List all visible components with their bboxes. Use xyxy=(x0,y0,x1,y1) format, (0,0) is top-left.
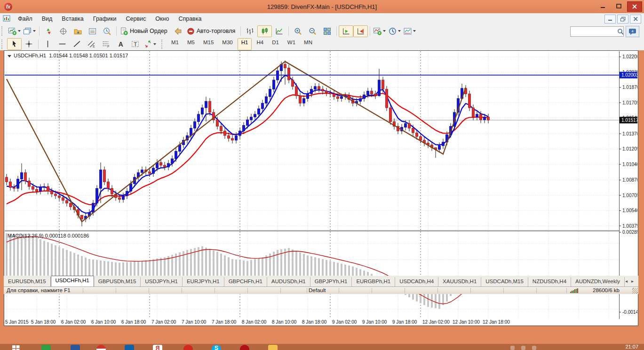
toolbar-grip[interactable] xyxy=(1,40,6,49)
timeframe-mn[interactable]: MN xyxy=(300,38,316,50)
horizontal-line-button[interactable] xyxy=(55,38,70,50)
taskbar-icon-skype[interactable]: S xyxy=(212,345,221,350)
timeframe-d1[interactable]: D1 xyxy=(268,38,283,50)
chart-tab-nzdusdh-h4[interactable]: NZDUSDh,H4 xyxy=(528,277,571,286)
cursor-button[interactable] xyxy=(7,38,22,50)
chart-tab-audusdh-h1[interactable]: AUDUSDh,H1 xyxy=(267,277,310,286)
toolbar-grip[interactable] xyxy=(1,26,6,36)
strategy-tester-button[interactable] xyxy=(100,25,114,37)
taskbar-icon-opera[interactable] xyxy=(240,345,249,350)
chevron-down-icon[interactable] xyxy=(153,43,156,45)
menu-item-file[interactable]: Файл xyxy=(13,14,37,24)
data-window-button[interactable] xyxy=(56,25,71,37)
chevron-down-icon[interactable] xyxy=(33,30,36,32)
text-label-button[interactable]: T xyxy=(128,38,143,50)
search-icon[interactable] xyxy=(617,28,623,35)
resize-grip[interactable] xyxy=(632,288,638,294)
chevron-down-icon[interactable] xyxy=(413,30,416,32)
chart-tab-usdcadh-h4[interactable]: USDCADh,H4 xyxy=(395,277,438,286)
chevron-down-icon[interactable] xyxy=(18,30,21,32)
window-close-button[interactable] xyxy=(627,1,642,12)
tabs-scroll-right-icon[interactable]: ▸ xyxy=(631,278,634,284)
new-chart-button[interactable] xyxy=(7,25,22,37)
text-button[interactable]: A xyxy=(113,38,128,50)
vertical-line-button[interactable] xyxy=(40,38,55,50)
chart-tab-gbpusdh-m15[interactable]: GBPUSDh,M15 xyxy=(94,277,141,286)
chart-tab-usdchfh-h1[interactable]: USDCHFh,H1 xyxy=(51,276,94,286)
window-minimize-button[interactable] xyxy=(596,1,610,11)
tabs-scroll-left-icon[interactable]: ◂ xyxy=(625,278,628,284)
tray-icon[interactable] xyxy=(510,346,515,350)
new-order-button[interactable]: Новый Ордер xyxy=(119,25,171,37)
chart-tab-usdcadh-m15[interactable]: USDCADh,M15 xyxy=(481,277,528,286)
autotrading-button[interactable]: Авто-торговля xyxy=(185,25,239,37)
chevron-down-icon[interactable] xyxy=(383,30,386,32)
chart-tab-gbpchfh-h1[interactable]: GBPCHFh,H1 xyxy=(224,277,267,286)
chart-tab-gbpjpyh-h1[interactable]: GBPJPYh,H1 xyxy=(310,277,352,286)
fibonacci-button[interactable]: F xyxy=(99,38,113,50)
chart-tab-eurjpyh-h1[interactable]: EURJPYh,H1 xyxy=(183,277,224,286)
chart-tab-audnzdh-weekly[interactable]: AUDNZDh,Weekly xyxy=(571,277,625,286)
auto-scroll-button[interactable] xyxy=(339,25,353,37)
zoom-out-button[interactable] xyxy=(305,25,320,37)
menu-item-view[interactable]: Вид xyxy=(37,14,57,24)
taskbar-icon-yandex-browser[interactable] xyxy=(183,345,193,350)
window-maximize-button[interactable] xyxy=(612,1,626,11)
chart-shift-button[interactable] xyxy=(353,25,368,37)
chart-minimize-button[interactable] xyxy=(604,15,616,24)
market-watch-button[interactable] xyxy=(41,25,56,37)
price-chart-pane[interactable] xyxy=(5,51,619,230)
timeframe-h4[interactable]: H4 xyxy=(253,38,267,50)
timeframe-m30[interactable]: M30 xyxy=(218,38,236,50)
templates-button[interactable] xyxy=(402,25,417,37)
chart-bars-button[interactable] xyxy=(243,25,257,37)
toolbar-grip[interactable] xyxy=(161,40,166,49)
periods-button[interactable] xyxy=(387,25,402,37)
status-profile[interactable]: Default xyxy=(309,287,326,293)
menu-item-help[interactable]: Справка xyxy=(174,14,206,24)
taskbar-icon-word[interactable] xyxy=(71,345,80,350)
chart-candles-button[interactable] xyxy=(257,25,272,37)
timeframe-h1[interactable]: H1 xyxy=(238,38,252,50)
timeframe-m5[interactable]: M5 xyxy=(183,38,199,50)
chart-tab-eurusdh-m15[interactable]: EURUSDh,M15 xyxy=(4,277,51,286)
tray-icon[interactable] xyxy=(532,346,536,350)
search-input[interactable] xyxy=(572,27,617,36)
metaeditor-button[interactable] xyxy=(171,25,185,37)
taskbar-icon-explorer-folder[interactable] xyxy=(268,345,278,350)
taskbar-icon-store[interactable] xyxy=(41,345,51,350)
time-axis[interactable]: 5 Jan 20155 Jan 18:006 Jan 02:006 Jan 10… xyxy=(5,319,619,325)
indicators-button[interactable] xyxy=(372,25,387,37)
taskbar-icon-chrome[interactable] xyxy=(96,345,106,350)
chart-tab-xauusdh-h1[interactable]: XAUUSDh,H1 xyxy=(438,277,481,286)
terminal-button[interactable] xyxy=(85,25,100,37)
arrows-button[interactable] xyxy=(143,38,158,50)
equidistant-channel-button[interactable]: E xyxy=(84,38,99,50)
crosshair-button[interactable] xyxy=(22,38,36,50)
chevron-down-icon[interactable] xyxy=(8,55,11,57)
chart-tab-usdjpyh-h1[interactable]: USDJPYh,H1 xyxy=(141,277,183,286)
taskbar-icon-yandex[interactable]: Я xyxy=(153,345,162,350)
macd-indicator-pane[interactable] xyxy=(5,231,619,319)
profiles-button[interactable] xyxy=(22,25,37,37)
timeframe-m1[interactable]: M1 xyxy=(167,38,183,50)
timeframe-m15[interactable]: M15 xyxy=(199,38,217,50)
tile-windows-button[interactable] xyxy=(320,25,334,37)
taskbar-icon-windows-start[interactable] xyxy=(12,345,21,350)
menu-item-insert[interactable]: Вставка xyxy=(57,14,88,24)
tray-icon[interactable] xyxy=(521,346,525,350)
chart-close-button[interactable] xyxy=(630,15,641,24)
notifications-button[interactable]: 4 xyxy=(626,26,639,37)
zoom-in-button[interactable] xyxy=(291,25,305,37)
taskbar-icon-onedrive[interactable] xyxy=(125,345,134,350)
menu-item-charts[interactable]: Графики xyxy=(88,14,121,24)
navigator-button[interactable]: ★ xyxy=(71,25,85,37)
menu-item-service[interactable]: Сервис xyxy=(121,14,151,24)
chart-line-button[interactable] xyxy=(272,25,286,37)
chevron-down-icon[interactable] xyxy=(398,30,401,32)
trend-line-button[interactable] xyxy=(70,38,84,50)
chart-restore-button[interactable] xyxy=(617,15,628,24)
menu-item-window[interactable]: Окно xyxy=(151,14,174,24)
chart-tab-eurgbph-h1[interactable]: EURGBPh,H1 xyxy=(352,277,395,286)
chart-menu-icon[interactable] xyxy=(3,15,10,24)
